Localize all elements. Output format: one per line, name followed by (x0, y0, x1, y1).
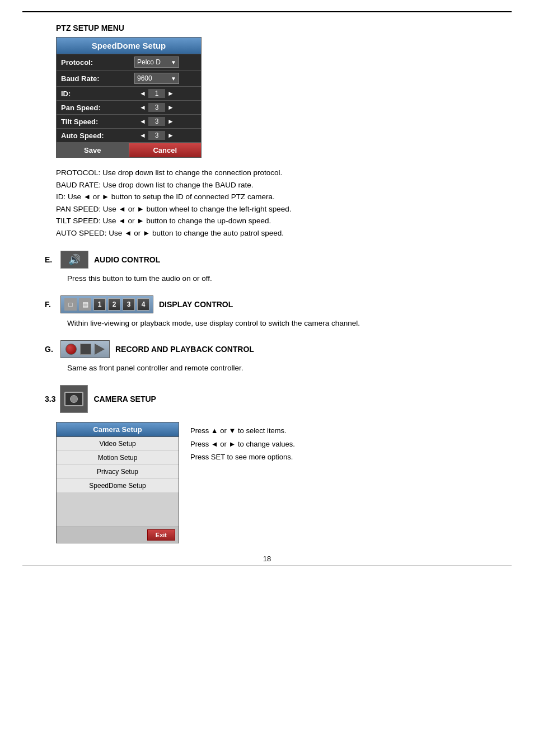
tilt-speed-row: Tilt Speed: ◄ 3 ► (57, 115, 201, 129)
camera-setup-container: Camera Setup Video Setup Motion Setup Pr… (56, 422, 512, 543)
camera-icon (64, 392, 83, 406)
camera-setup-empty-area (57, 493, 179, 527)
section-e-label: AUDIO CONTROL (94, 255, 160, 264)
protocol-label: Protocol: (61, 58, 117, 67)
pan-speed-stepper: ◄ 3 ► (139, 103, 174, 112)
desc-protocol: PROTOCOL: Use drop down list to change t… (56, 167, 512, 179)
auto-speed-stepper: ◄ 3 ► (139, 131, 174, 140)
baudrate-value: 9600 ▼ (117, 73, 196, 84)
display-btn-2[interactable]: 2 (108, 298, 120, 311)
ptz-section-title: PTZ SETUP MENU (56, 24, 512, 32)
auto-speed-value: ◄ 3 ► (117, 131, 196, 140)
auto-left-arrow[interactable]: ◄ (139, 132, 146, 139)
dropdown-arrow-baud: ▼ (171, 76, 176, 82)
auto-right-arrow[interactable]: ► (167, 132, 174, 139)
pan-left-arrow[interactable]: ◄ (139, 104, 146, 111)
dropdown-arrow-protocol: ▼ (171, 59, 176, 65)
cancel-button[interactable]: Cancel (129, 143, 202, 157)
play-button[interactable] (95, 344, 105, 355)
id-row: ID: ◄ 1 ► (57, 87, 201, 101)
save-cancel-row: Save Cancel (57, 143, 201, 157)
desc-baud: BAUD RATE: Use drop down list to change … (56, 179, 512, 191)
pan-speed-label: Pan Speed: (61, 104, 117, 112)
id-left-arrow[interactable]: ◄ (139, 90, 146, 97)
section-f-desc: Within live-viewing or playback mode, us… (67, 318, 512, 329)
bottom-border (22, 565, 512, 566)
page-container: PTZ SETUP MENU SpeedDome Setup Protocol:… (0, 0, 534, 588)
ptz-descriptions: PROTOCOL: Use drop down list to change t… (56, 167, 512, 240)
camera-icon-box (60, 385, 88, 413)
tilt-right-arrow[interactable]: ► (167, 118, 174, 125)
id-stepper: ◄ 1 ► (139, 89, 174, 98)
menu-item-privacy-setup[interactable]: Privacy Setup (57, 465, 179, 479)
auto-num: 3 (148, 131, 165, 140)
page-number: 18 (22, 555, 512, 563)
section-f-row: F. □ ▤ 1 2 3 4 DISPLAY CONTROL (45, 295, 512, 313)
pan-speed-value: ◄ 3 ► (117, 103, 196, 112)
speeddome-setup-table: SpeedDome Setup Protocol: Pelco D ▼ Baud… (56, 37, 202, 158)
display-btn-1[interactable]: 1 (93, 298, 106, 311)
camera-setup-header: Camera Setup (57, 422, 179, 437)
instruction-1: Press ▲ or ▼ to select items. (190, 424, 295, 437)
tilt-speed-label: Tilt Speed: (61, 118, 117, 126)
protocol-value: Pelco D ▼ (117, 57, 196, 68)
display-icon-plus: □ (64, 298, 77, 311)
baudrate-row: Baud Rate: 9600 ▼ (57, 71, 201, 87)
section-g-letter: G. (45, 345, 56, 354)
pan-num: 3 (148, 103, 165, 112)
audio-icon: 🔊 (68, 253, 81, 266)
top-border (22, 11, 512, 12)
display-btn-4[interactable]: 4 (137, 298, 149, 311)
tilt-left-arrow[interactable]: ◄ (139, 118, 146, 125)
camera-setup-instructions: Press ▲ or ▼ to select items. Press ◄ or… (190, 422, 295, 543)
id-value: ◄ 1 ► (117, 89, 196, 98)
section-f-letter: F. (45, 300, 56, 309)
auto-speed-row: Auto Speed: ◄ 3 ► (57, 129, 201, 143)
record-bar (60, 340, 110, 358)
tilt-speed-stepper: ◄ 3 ► (139, 117, 174, 126)
pan-speed-row: Pan Speed: ◄ 3 ► (57, 101, 201, 115)
section-g-row: G. RECORD AND PLAYBACK CONTROL (45, 340, 512, 358)
menu-item-motion-setup[interactable]: Motion Setup (57, 451, 179, 465)
section-f-label: DISPLAY CONTROL (159, 300, 233, 309)
baudrate-label: Baud Rate: (61, 74, 117, 83)
protocol-dropdown[interactable]: Pelco D ▼ (134, 57, 179, 68)
audio-icon-box: 🔊 (60, 251, 88, 269)
camera-setup-footer: Exit (57, 527, 179, 543)
pan-right-arrow[interactable]: ► (167, 104, 174, 111)
instruction-3: Press SET to see more options. (190, 450, 295, 463)
desc-tilt: TILT SPEED: Use ◄ or ► button to change … (56, 215, 512, 227)
exit-button[interactable]: Exit (147, 529, 175, 541)
section-e-letter: E. (45, 255, 56, 264)
speeddome-header: SpeedDome Setup (57, 37, 201, 54)
section-33-row: 3.3 CAMERA SETUP (45, 385, 512, 413)
desc-id: ID: Use ◄ or ► button to setup the ID of… (56, 191, 512, 203)
section-g-label: RECORD AND PLAYBACK CONTROL (115, 345, 254, 354)
section-33-label: CAMERA SETUP (93, 395, 156, 403)
display-ctrl-bar: □ ▤ 1 2 3 4 (60, 295, 153, 313)
menu-item-speeddome-setup[interactable]: SpeedDome Setup (57, 479, 179, 493)
section-33-number: 3.3 (45, 395, 55, 403)
menu-item-video-setup[interactable]: Video Setup (57, 437, 179, 451)
camera-setup-table: Camera Setup Video Setup Motion Setup Pr… (56, 422, 179, 543)
id-right-arrow[interactable]: ► (167, 90, 174, 97)
tilt-speed-value: ◄ 3 ► (117, 117, 196, 126)
display-btn-3[interactable]: 3 (123, 298, 135, 311)
instruction-2: Press ◄ or ► to change values. (190, 438, 295, 450)
section-e-row: E. 🔊 AUDIO CONTROL (45, 251, 512, 269)
save-button[interactable]: Save (57, 143, 129, 157)
display-icon-layout: ▤ (79, 298, 91, 311)
stop-button[interactable] (80, 344, 91, 355)
auto-speed-label: Auto Speed: (61, 132, 117, 140)
section-e-desc: Press this button to turn the audio on o… (67, 273, 512, 284)
id-num: 1 (148, 89, 165, 98)
desc-auto: AUTO SPEED: Use ◄ or ► button to change … (56, 227, 512, 240)
section-g-desc: Same as front panel controller and remot… (67, 363, 512, 374)
id-label: ID: (61, 90, 117, 98)
desc-pan: PAN SPEED: Use ◄ or ► button wheel to ch… (56, 203, 512, 215)
record-button[interactable] (65, 344, 77, 355)
tilt-num: 3 (148, 117, 165, 126)
protocol-row: Protocol: Pelco D ▼ (57, 54, 201, 71)
baudrate-dropdown[interactable]: 9600 ▼ (134, 73, 179, 84)
